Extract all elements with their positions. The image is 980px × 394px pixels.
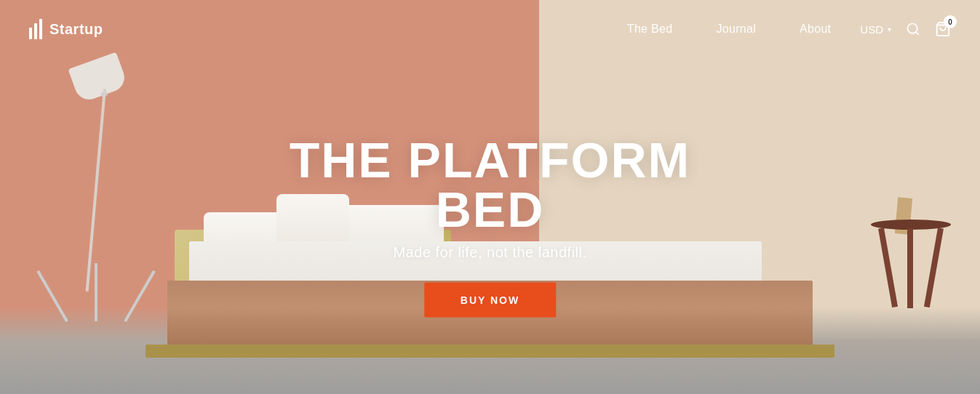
search-button[interactable] [906, 22, 920, 36]
bed-platform [146, 345, 834, 358]
logo-bar-3 [39, 19, 42, 39]
nav-item-the-bed[interactable]: The Bed [627, 23, 673, 36]
chevron-down-icon: ▾ [888, 25, 891, 33]
lamp-base-leg-mid [95, 263, 97, 321]
hero-title: THE PLATFORM BED [245, 135, 736, 234]
currency-selector[interactable]: USD ▾ [860, 23, 891, 36]
logo-bar-2 [34, 23, 37, 39]
logo-bar-1 [29, 28, 32, 39]
hero-subtitle: Made for life, not the landfill. [245, 244, 736, 261]
hero-section: Startup The Bed Journal About USD ▾ [0, 0, 980, 394]
side-table-leg-2 [907, 228, 913, 308]
lamp-pole [86, 89, 106, 292]
search-icon [906, 22, 920, 36]
main-nav: The Bed Journal About [627, 23, 831, 36]
nav-item-journal[interactable]: Journal [716, 23, 756, 36]
navbar-actions: USD ▾ 0 [860, 21, 951, 37]
side-table [871, 220, 951, 321]
buy-now-button[interactable]: BUY NOW [424, 283, 556, 318]
navbar: Startup The Bed Journal About USD ▾ [0, 0, 980, 58]
lamp-base-leg-right [124, 270, 155, 322]
svg-line-1 [916, 32, 919, 35]
logo[interactable]: Startup [29, 19, 103, 39]
cart-badge: 0 [944, 15, 957, 28]
cart-button[interactable]: 0 [935, 21, 951, 37]
side-table-leg-3 [924, 228, 944, 307]
lamp-head [68, 52, 129, 104]
side-table-leg-1 [878, 228, 898, 307]
nav-item-about[interactable]: About [800, 23, 831, 36]
logo-icon [29, 19, 42, 39]
floor-lamp [51, 60, 167, 321]
logo-text: Startup [49, 21, 103, 38]
hero-content: THE PLATFORM BED Made for life, not the … [245, 135, 736, 318]
currency-label: USD [860, 23, 883, 36]
